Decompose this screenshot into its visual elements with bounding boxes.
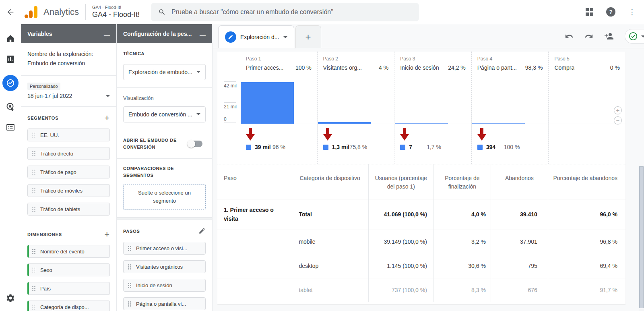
date-badge: Personalizado — [27, 83, 60, 90]
tab-label: Exploración d... — [240, 34, 279, 40]
edit-steps-icon[interactable] — [198, 227, 206, 235]
drag-handle-icon — [32, 188, 36, 194]
sidebar-item-home[interactable] — [6, 34, 15, 44]
funnel-card: 42 mil 21 mil 0 Paso 1 Primer acces...10… — [217, 52, 625, 304]
dimension-chip[interactable]: Categoría de dispo... — [27, 301, 110, 311]
technique-label: TÉCNICA — [123, 50, 144, 59]
search-bar[interactable] — [151, 3, 419, 21]
visualization-select[interactable]: Embudo de conversión ... — [123, 106, 206, 122]
step-chip[interactable]: Primer acceso o visi... — [123, 242, 206, 255]
chevron-down-icon — [196, 113, 200, 115]
explore-icon — [6, 79, 15, 87]
funnel-bar[interactable] — [472, 123, 525, 124]
open-funnel-toggle[interactable] — [188, 141, 202, 147]
abandon-arrow-icon — [246, 128, 255, 141]
property-name: GA4 - Flood-It! — [92, 10, 140, 19]
arrow-left-icon — [6, 8, 15, 17]
step-name: Inicio de sesión — [400, 64, 439, 71]
property-type: GA4 - Flood-It! — [92, 5, 140, 10]
sidebar-item-explore-active[interactable] — [2, 75, 19, 91]
library-icon — [6, 122, 15, 132]
segment-chip[interactable]: Tráfico de pago — [27, 166, 110, 178]
property-selector[interactable]: GA4 - Flood-It! GA4 - Flood-It! — [92, 5, 140, 19]
apps-grid-icon[interactable] — [586, 8, 593, 16]
sidebar-item-library[interactable] — [6, 122, 15, 132]
step-header: Paso 3 Inicio de sesión24,2 % — [394, 52, 471, 77]
date-range-section: Personalizado 18 jun-17 jul 2022 — [21, 76, 116, 107]
open-funnel-label: ABRIR EL EMBUDO DE CONVERSIÓN — [123, 137, 184, 151]
nav-rail — [0, 24, 21, 311]
steps-label: PASOS — [123, 229, 140, 234]
open-funnel-toggle-row: ABRIR EL EMBUDO DE CONVERSIÓN — [123, 137, 206, 151]
drag-handle-icon — [128, 282, 132, 288]
undo-button[interactable] — [565, 32, 574, 41]
tab-bar: Exploración d... + — [213, 24, 644, 48]
sidebar-item-advertising[interactable] — [6, 102, 15, 112]
settings-panel-header: Configuración de la pes... — — [117, 24, 212, 43]
funnel-step-1: Paso 1 Primer acces...100 % 39 mil96 % — [240, 52, 317, 164]
segment-chip[interactable]: Tráfico de tablets — [27, 203, 110, 216]
new-tab-button[interactable]: + — [295, 25, 321, 48]
canvas-actions — [565, 24, 644, 48]
legend-swatch — [246, 145, 251, 150]
segments-label: SEGMENTOS — [27, 116, 58, 120]
col-users: Usuarios (porcentaje del paso 1) — [368, 164, 433, 199]
scrollbar-thumb[interactable] — [639, 166, 644, 308]
minimize-icon[interactable]: — — [200, 31, 206, 38]
search-input[interactable] — [171, 8, 412, 16]
funnel-step-3: Paso 3 Inicio de sesión24,2 % 71,7 % — [394, 52, 471, 164]
dimension-chip[interactable]: País — [27, 282, 110, 295]
funnel-table: Paso Categoría de dispositivo Usuarios (… — [217, 164, 625, 302]
segment-chip[interactable]: Tráfico de móviles — [27, 184, 110, 197]
sidebar-item-reports[interactable] — [6, 54, 15, 64]
share-button[interactable] — [604, 31, 614, 41]
redo-icon — [584, 32, 593, 41]
step-plot — [240, 77, 317, 124]
funnel-bar[interactable] — [395, 123, 448, 124]
dimension-chip[interactable]: Sexo — [27, 263, 110, 276]
funnel-bar[interactable] — [241, 82, 294, 124]
exploration-name-value[interactable]: Embudo de conversión — [27, 59, 110, 68]
step-name: Visitantes org... — [323, 64, 362, 71]
table-row: desktop 1.145 (100,0 %) 30,6 % 795 69,4 … — [217, 254, 625, 278]
chevron-down-icon — [106, 95, 110, 97]
date-range-selector[interactable]: 18 jun-17 jul 2022 — [27, 93, 110, 99]
tab-exploration[interactable]: Exploración d... — [218, 25, 294, 48]
table-header-row: Paso Categoría de dispositivo Usuarios (… — [217, 164, 625, 199]
segment-chip[interactable]: Tráfico directo — [27, 147, 110, 160]
help-icon[interactable]: ? — [606, 7, 615, 17]
analytics-logo-icon — [24, 6, 39, 18]
step-chip[interactable]: Página o pantalla vi... — [123, 297, 206, 310]
add-segment-icon[interactable]: + — [104, 114, 110, 122]
gear-icon — [6, 293, 15, 303]
add-dimension-icon[interactable]: + — [104, 230, 110, 239]
segment-chip[interactable]: EE. UU. — [27, 129, 110, 141]
step-name: Primer acces... — [246, 64, 283, 71]
more-options-icon[interactable]: ⋮ — [628, 8, 636, 16]
segment-dropzone[interactable]: Suelte o seleccione un segmento — [123, 184, 206, 210]
table-row: 1. Primer acceso o visita Total 41.069 (… — [217, 199, 625, 230]
minimize-icon[interactable]: — — [104, 31, 110, 38]
drag-handle-icon — [128, 301, 132, 307]
zoom-in-button[interactable]: + — [614, 106, 622, 114]
dimension-chip[interactable]: Nombre del evento — [27, 245, 110, 258]
legend-swatch — [400, 145, 405, 150]
drag-handle-icon — [128, 264, 132, 270]
analytics-logo[interactable]: Analytics — [21, 6, 79, 18]
technique-select[interactable]: Exploración de embudo... — [123, 64, 206, 80]
redo-button[interactable] — [584, 32, 593, 41]
funnel-bar[interactable] — [318, 122, 371, 124]
col-paso: Paso — [217, 164, 287, 199]
saved-status-button[interactable] — [625, 29, 644, 44]
home-icon — [6, 34, 15, 44]
funnel-step-4: Paso 4 Página o pant...98,3 % 394100 % — [471, 52, 549, 164]
sidebar-item-admin[interactable] — [6, 293, 15, 305]
step-rate: 24,2 % — [448, 64, 466, 71]
vertical-scrollbar[interactable] — [639, 166, 644, 311]
variables-title: Variables — [27, 31, 52, 37]
person-add-icon — [604, 31, 614, 41]
step-chip[interactable]: Visitantes orgánicos — [123, 260, 206, 273]
step-chip[interactable]: Inicio de sesión — [123, 279, 206, 292]
back-button[interactable] — [0, 8, 21, 17]
zoom-out-button[interactable]: − — [614, 116, 622, 124]
